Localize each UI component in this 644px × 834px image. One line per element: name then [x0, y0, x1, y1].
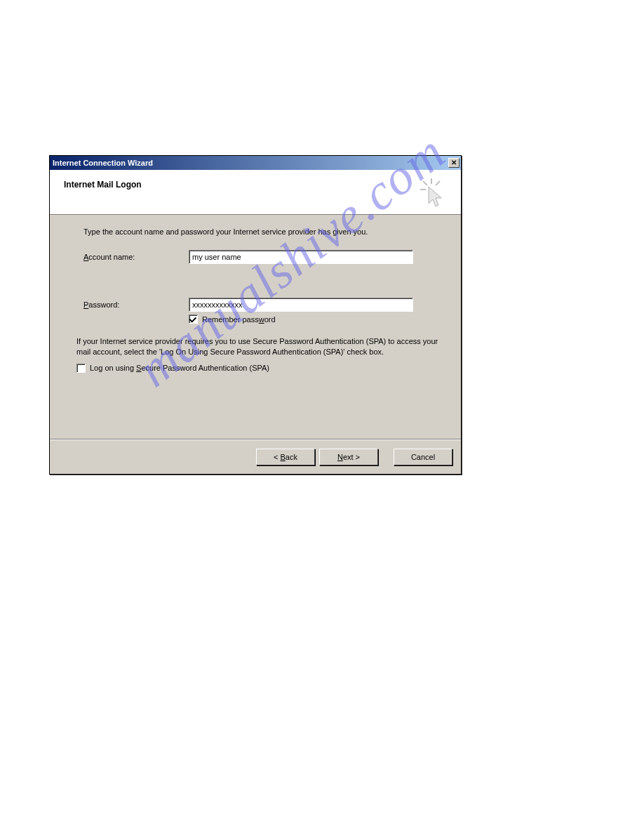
spa-checkbox[interactable]	[76, 364, 86, 373]
password-label: Password:	[83, 300, 189, 309]
header-band: Internet Mail Logon	[50, 170, 461, 215]
content-area: Type the account name and password your …	[50, 215, 461, 439]
next-button[interactable]: Next >	[319, 449, 378, 465]
button-spacer	[382, 449, 389, 465]
account-name-label: Account name:	[83, 253, 189, 261]
instruction-text: Type the account name and password your …	[83, 227, 441, 236]
account-name-row: Account name:	[83, 250, 441, 264]
back-button[interactable]: < Back	[256, 449, 315, 465]
spa-row: Log on using Secure Password Authenticat…	[76, 364, 441, 373]
page-title: Internet Mail Logon	[64, 180, 447, 190]
cursor-icon	[419, 178, 444, 208]
close-button[interactable]: ✕	[448, 158, 459, 168]
cancel-button[interactable]: Cancel	[394, 449, 452, 465]
svg-line-2	[436, 181, 440, 185]
remember-password-label: Remember password	[202, 315, 276, 324]
spa-description: If your Internet service provider requir…	[76, 336, 441, 358]
button-bar: < Back Next > Cancel	[50, 439, 461, 474]
titlebar[interactable]: Internet Connection Wizard ✕	[50, 156, 461, 170]
remember-password-checkbox[interactable]	[189, 315, 198, 324]
wizard-dialog: Internet Connection Wizard ✕ Internet Ma…	[49, 155, 462, 475]
svg-line-1	[423, 181, 427, 185]
spa-label: Log on using Secure Password Authenticat…	[90, 364, 269, 372]
remember-password-row: Remember password	[189, 315, 441, 324]
window-title: Internet Connection Wizard	[53, 159, 448, 167]
password-input[interactable]	[189, 298, 413, 312]
password-row: Password:	[83, 298, 441, 312]
close-icon: ✕	[451, 159, 457, 166]
account-name-input[interactable]	[189, 250, 413, 264]
